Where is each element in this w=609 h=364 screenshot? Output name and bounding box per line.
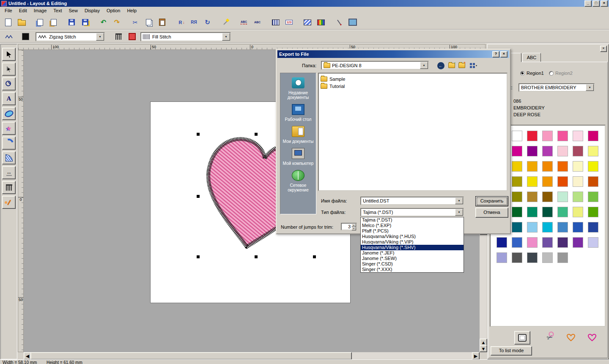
spin-down-button[interactable]	[351, 227, 356, 230]
selection-handle[interactable]	[197, 255, 200, 258]
format-option[interactable]: Singer (*.XXX)	[361, 267, 464, 272]
measure-tool[interactable]: ↔	[2, 166, 16, 179]
stitch-view-button[interactable]	[584, 331, 600, 344]
selection-handle[interactable]	[197, 195, 200, 198]
close-button[interactable]	[601, 0, 608, 7]
place-network[interactable]: Сетевое окружение	[280, 170, 316, 192]
paste-button[interactable]	[156, 16, 168, 28]
color-swatch[interactable]	[557, 222, 568, 233]
menu-item-help[interactable]: Help	[123, 7, 140, 14]
color-swatch[interactable]	[588, 146, 598, 156]
rotate-button[interactable]: ↻	[202, 16, 213, 28]
flip-horizontal-button[interactable]: RЯ	[188, 16, 200, 28]
text-abc-button[interactable]: ABC	[252, 16, 263, 28]
thread-chart-dropdown-arrow[interactable]	[586, 84, 594, 91]
dialog-help-button[interactable]	[492, 51, 499, 57]
to-list-mode-button[interactable]: To list mode	[491, 346, 532, 356]
color-swatch[interactable]	[588, 237, 598, 248]
text-fit-button[interactable]: ABC	[238, 16, 250, 28]
color-swatch[interactable]	[542, 131, 553, 141]
place-desktop[interactable]: Рабочий стол	[280, 104, 316, 122]
color-swatch[interactable]	[527, 192, 538, 202]
color-swatch[interactable]	[557, 207, 568, 217]
star-shape-tool[interactable]: ★	[2, 122, 16, 135]
select-tool[interactable]	[2, 48, 16, 61]
format-option[interactable]: Singer (*.CSD)	[361, 261, 464, 267]
region-color-button[interactable]	[126, 32, 138, 42]
trim-thread-button[interactable]: ✂	[542, 331, 557, 344]
panel-close-button[interactable]	[600, 46, 607, 52]
up-one-level-button[interactable]	[447, 61, 457, 70]
maximize-button[interactable]	[593, 0, 600, 7]
color-swatch[interactable]	[527, 207, 538, 217]
color-swatch[interactable]	[527, 176, 538, 187]
color-swatch[interactable]	[512, 252, 522, 263]
copy-button[interactable]	[143, 16, 154, 28]
file-item-tutorial[interactable]: Tutorial	[321, 82, 505, 90]
cancel-button[interactable]: Отмена	[475, 208, 508, 218]
menu-item-file[interactable]: File	[1, 7, 16, 14]
jumps-spinner[interactable]: 3	[341, 223, 357, 230]
menu-item-option[interactable]: Option	[103, 7, 123, 14]
color-swatch[interactable]	[542, 222, 553, 233]
color-swatch[interactable]	[497, 237, 507, 248]
color-swatch[interactable]	[527, 146, 538, 156]
oval-shape-tool[interactable]	[2, 107, 16, 120]
color-swatch[interactable]	[527, 237, 538, 248]
color-swatch[interactable]	[588, 176, 598, 187]
selection-handle[interactable]	[313, 255, 316, 258]
color-swatch[interactable]	[527, 131, 538, 141]
region2-radio[interactable]: Region2	[549, 71, 573, 76]
place-documents[interactable]: Мои документы	[280, 126, 316, 144]
color-swatch[interactable]	[542, 146, 553, 156]
export-design-button[interactable]	[48, 16, 59, 28]
save-button[interactable]	[66, 16, 77, 28]
import-design-button[interactable]	[34, 16, 46, 28]
format-option[interactable]: Husqvarna/Viking (*.SHV)	[361, 245, 464, 250]
region1-radio[interactable]: Region1	[520, 71, 544, 76]
color-swatch[interactable]	[573, 161, 583, 172]
color-swatch[interactable]	[512, 146, 522, 156]
color-swatch[interactable]	[542, 176, 553, 187]
color-swatch[interactable]	[588, 131, 598, 141]
color-swatch[interactable]	[588, 192, 598, 202]
color-swatch[interactable]	[542, 207, 553, 217]
menu-item-sew[interactable]: Sew	[65, 7, 81, 14]
manual-punch-tool[interactable]	[2, 181, 16, 194]
color-swatch[interactable]	[512, 237, 522, 248]
undo-button[interactable]: ↶	[98, 16, 109, 28]
format-option[interactable]: Melco (*.EXP)	[361, 223, 464, 228]
flip-vertical-button[interactable]: R	[175, 16, 186, 28]
hoop-button[interactable]	[514, 331, 530, 345]
file-list[interactable]: SampleTutorial	[318, 73, 508, 191]
color-swatch[interactable]	[512, 176, 522, 187]
region-stitch-type-combo[interactable]: Fill Stitch	[140, 32, 231, 41]
format-option[interactable]: Pfaff (*.PCS)	[361, 228, 464, 234]
color-chart-button[interactable]	[315, 16, 326, 28]
color-swatch[interactable]	[573, 207, 583, 217]
color-swatch[interactable]	[573, 222, 583, 233]
horizontal-scrollbar[interactable]: ◀ ▶	[24, 352, 480, 359]
select-point-tool[interactable]	[2, 63, 16, 76]
place-computer[interactable]: Мой компьютер	[280, 148, 316, 166]
format-option[interactable]: Tajima (*.DST)	[361, 217, 464, 223]
open-button[interactable]	[16, 16, 27, 28]
color-swatch[interactable]	[557, 252, 568, 263]
color-swatch[interactable]	[512, 192, 522, 202]
color-swatch[interactable]	[527, 252, 538, 263]
outline-stitch-button[interactable]	[3, 32, 15, 42]
new-folder-button[interactable]	[457, 61, 467, 70]
color-swatch[interactable]	[527, 222, 538, 233]
place-recent[interactable]: Недавние документы	[280, 77, 316, 100]
outline-view-button[interactable]	[563, 331, 579, 344]
preview-button[interactable]	[347, 16, 358, 28]
views-menu-button[interactable]	[467, 61, 480, 70]
format-option[interactable]: Janome (*.SEW)	[361, 256, 464, 261]
region-stitch-dropdown-arrow[interactable]	[222, 33, 230, 41]
color-swatch[interactable]	[527, 161, 538, 172]
color-swatch[interactable]	[512, 222, 522, 233]
menu-item-display[interactable]: Display	[81, 7, 103, 14]
write-to-card-button[interactable]	[80, 16, 91, 28]
applique-wizard-button[interactable]	[302, 16, 313, 28]
arc-shape-tool[interactable]	[2, 137, 16, 150]
